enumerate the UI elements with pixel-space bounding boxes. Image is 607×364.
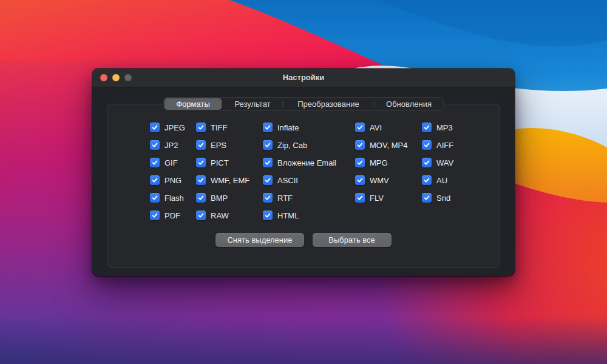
checkbox-checked-icon[interactable] <box>196 211 206 220</box>
format-option[interactable]: JP2 <box>150 140 185 150</box>
format-option[interactable]: MPG <box>355 157 407 168</box>
checkbox-checked-icon[interactable] <box>422 193 432 203</box>
format-option[interactable]: JPEG <box>150 122 185 133</box>
format-option[interactable]: MP3 <box>422 122 453 133</box>
checkbox-checked-icon[interactable] <box>263 123 273 132</box>
format-label: Snd <box>436 194 450 203</box>
format-label: Zip, Cab <box>277 141 307 150</box>
format-column: MP3AIFFWAVAUSnd <box>422 122 453 203</box>
format-label: MPG <box>370 158 388 167</box>
format-label: BMP <box>211 194 228 203</box>
checkbox-checked-icon[interactable] <box>150 123 160 132</box>
format-option[interactable]: Inflate <box>263 122 336 133</box>
format-option[interactable]: FLV <box>355 192 407 203</box>
checkbox-checked-icon[interactable] <box>422 175 432 185</box>
format-option[interactable]: Вложение Email <box>263 157 336 168</box>
format-option[interactable]: AVI <box>355 122 407 133</box>
select-all-button[interactable]: Выбрать все <box>313 233 392 247</box>
format-label: HTML <box>277 211 299 220</box>
checkbox-checked-icon[interactable] <box>196 158 206 167</box>
format-label: WAV <box>436 158 453 167</box>
checkbox-checked-icon[interactable] <box>263 175 273 185</box>
format-column: JPEGJP2GIFPNGFlashPDF <box>150 122 185 221</box>
format-label: TIFF <box>211 123 227 132</box>
format-option[interactable]: Zip, Cab <box>263 140 336 150</box>
deselect-all-button[interactable]: Снять выделение <box>215 233 304 247</box>
format-label: PICT <box>211 158 229 167</box>
checkbox-checked-icon[interactable] <box>196 123 206 132</box>
checkbox-checked-icon[interactable] <box>150 193 160 203</box>
checkbox-checked-icon[interactable] <box>263 193 273 203</box>
format-label: MOV, MP4 <box>370 141 407 150</box>
checkbox-checked-icon[interactable] <box>263 158 273 167</box>
format-option[interactable]: AIFF <box>422 140 453 150</box>
format-option[interactable]: HTML <box>263 210 336 221</box>
window-title: Настройки <box>92 69 515 87</box>
format-label: RTF <box>277 194 293 203</box>
format-option[interactable]: WAV <box>422 157 453 168</box>
tab-result[interactable]: Результат <box>223 98 283 110</box>
checkbox-checked-icon[interactable] <box>263 211 273 220</box>
format-label: Inflate <box>277 123 299 132</box>
tab-conversion[interactable]: Преобразование <box>283 98 375 110</box>
format-label: WMV <box>370 176 389 185</box>
format-option[interactable]: AU <box>422 175 453 186</box>
format-label: AIFF <box>436 141 453 150</box>
format-label: PNG <box>164 176 181 185</box>
checkbox-checked-icon[interactable] <box>196 193 206 203</box>
format-label: PDF <box>164 211 180 220</box>
checkbox-checked-icon[interactable] <box>355 123 365 132</box>
format-option[interactable]: WMF, EMF <box>196 175 249 186</box>
format-option[interactable]: Flash <box>150 192 185 203</box>
format-label: Вложение Email <box>277 158 336 167</box>
format-label: GIF <box>164 158 178 167</box>
format-label: ASCII <box>277 176 298 185</box>
format-option[interactable]: Snd <box>422 192 453 203</box>
titlebar[interactable]: Настройки <box>92 69 515 87</box>
checkbox-checked-icon[interactable] <box>422 123 432 132</box>
format-option[interactable]: RTF <box>263 192 336 203</box>
format-label: JPEG <box>164 123 185 132</box>
checkbox-checked-icon[interactable] <box>150 211 160 220</box>
format-option[interactable]: TIFF <box>196 122 249 133</box>
checkbox-checked-icon[interactable] <box>355 158 365 167</box>
format-option[interactable]: MOV, MP4 <box>355 140 407 150</box>
checkbox-checked-icon[interactable] <box>150 158 160 167</box>
checkbox-checked-icon[interactable] <box>422 140 432 150</box>
format-option[interactable]: PNG <box>150 175 185 186</box>
format-column: AVIMOV, MP4MPGWMVFLV <box>355 122 407 203</box>
checkbox-checked-icon[interactable] <box>355 193 365 203</box>
format-option[interactable]: RAW <box>196 210 249 221</box>
format-column: TIFFEPSPICTWMF, EMFBMPRAW <box>196 122 249 221</box>
format-option[interactable]: PICT <box>196 157 249 168</box>
format-label: JP2 <box>164 141 178 150</box>
settings-window: Настройки Форматы Результат Преобразован… <box>92 69 515 276</box>
format-label: AVI <box>370 123 382 132</box>
checkbox-checked-icon[interactable] <box>355 175 365 185</box>
format-option[interactable]: GIF <box>150 157 185 168</box>
format-label: WMF, EMF <box>211 176 249 185</box>
format-label: AU <box>436 176 447 185</box>
format-option[interactable]: EPS <box>196 140 249 150</box>
checkbox-checked-icon[interactable] <box>196 140 206 150</box>
checkbox-checked-icon[interactable] <box>263 140 273 150</box>
format-option[interactable]: ASCII <box>263 175 336 186</box>
tab-formats[interactable]: Форматы <box>164 98 222 110</box>
format-option[interactable]: WMV <box>355 175 407 186</box>
format-label: RAW <box>211 211 229 220</box>
button-row: Снять выделение Выбрать все <box>92 233 515 247</box>
checkbox-checked-icon[interactable] <box>150 175 160 185</box>
format-label: Flash <box>164 194 184 203</box>
format-label: MP3 <box>436 123 453 132</box>
format-column: InflateZip, CabВложение EmailASCIIRTFHTM… <box>263 122 336 221</box>
format-label: EPS <box>211 141 226 150</box>
format-label: FLV <box>370 194 384 203</box>
tab-updates[interactable]: Обновления <box>375 98 444 110</box>
checkbox-checked-icon[interactable] <box>196 175 206 185</box>
tab-bar: Форматы Результат Преобразование Обновле… <box>163 97 444 111</box>
checkbox-checked-icon[interactable] <box>150 140 160 150</box>
format-option[interactable]: BMP <box>196 192 249 203</box>
checkbox-checked-icon[interactable] <box>422 158 432 167</box>
format-option[interactable]: PDF <box>150 210 185 221</box>
checkbox-checked-icon[interactable] <box>355 140 365 150</box>
